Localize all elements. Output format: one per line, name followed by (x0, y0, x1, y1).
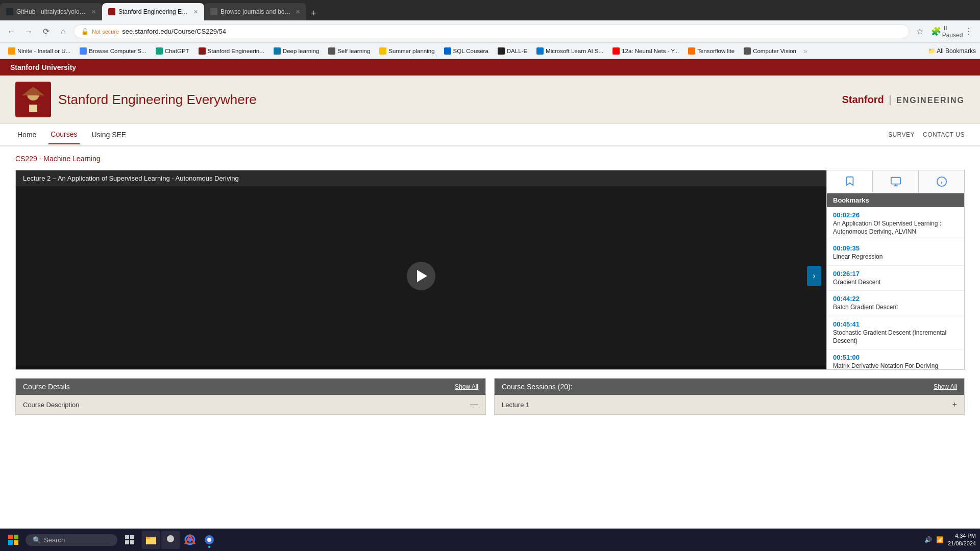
course-sessions-show-all[interactable]: Show All (934, 383, 957, 390)
taskbar-apps (142, 531, 921, 549)
bookmark-entry-6[interactable]: 00:51:00 Matrix Derivative Notation For … (827, 349, 964, 369)
tab-3[interactable]: Browse journals and books | Sc... ✕ (204, 3, 306, 20)
bookmark-chatgpt[interactable]: ChatGPT (152, 46, 193, 56)
main-navigation: Home Courses Using SEE SURVEY CONTACT US (0, 124, 980, 146)
bookmark-mslearn[interactable]: Microsoft Learn AI S... (532, 46, 607, 56)
svg-rect-20 (146, 537, 150, 539)
nav-actions: ☆ 🧩 ⏸ Paused ⋮ (913, 24, 976, 39)
tab-2[interactable]: Stanford Engineering Everywh... ✕ (102, 3, 204, 20)
home-button[interactable]: ⌂ (56, 24, 70, 39)
tab-1[interactable]: GitHub - ultralytics/yolov5: YO... ✕ (0, 3, 102, 20)
logo-image (15, 82, 51, 117)
nav-using-see[interactable]: Using SEE (90, 126, 129, 144)
bookmark-entry-4[interactable]: 00:44:22 Batch Gradient Descent (827, 291, 964, 316)
tab-3-close[interactable]: ✕ (296, 9, 300, 15)
bookmark-time-1: 00:02:26 (833, 211, 958, 219)
nav-bar: ← → ⟳ ⌂ 🔓 Not secure see.stanford.edu/Co… (0, 20, 980, 43)
extensions-button[interactable]: 🧩 (929, 24, 943, 39)
taskbar-chrome-1[interactable] (181, 531, 199, 549)
svg-rect-15 (130, 535, 134, 539)
tab-2-close[interactable]: ✕ (193, 9, 198, 15)
bookmark-youtube[interactable]: 12a: Neural Nets - Y... (608, 46, 683, 56)
tab-info[interactable] (919, 170, 964, 193)
svg-rect-4 (891, 178, 900, 184)
taskbar-github[interactable] (161, 531, 180, 549)
forward-button[interactable]: → (21, 24, 36, 39)
taskbar-search[interactable]: 🔍 Search (26, 534, 117, 546)
lecture-1-item[interactable]: Lecture 1 + (495, 395, 964, 415)
back-button[interactable]: ← (4, 24, 18, 39)
course-details-title: Course Details (23, 383, 70, 391)
course-sessions-title: Course Sessions (20): (502, 383, 573, 391)
bookmark-star[interactable]: ☆ (913, 24, 927, 39)
bookmark-desc-3: Gradient Descent (833, 279, 958, 287)
bookmark-deeplearning[interactable]: Deep learning (270, 46, 324, 56)
bookmark-time-3: 00:26:17 (833, 270, 958, 278)
breadcrumb[interactable]: CS229 - Machine Learning (15, 155, 965, 163)
svg-rect-11 (14, 535, 18, 539)
nav-courses[interactable]: Courses (48, 125, 79, 144)
reload-button[interactable]: ⟳ (39, 24, 53, 39)
bookmark-time-2: 00:09:35 (833, 244, 958, 252)
taskbar: 🔍 Search (0, 529, 980, 551)
svg-rect-14 (125, 535, 129, 539)
site-header: Stanford Engineering Everywhere Stanford… (0, 76, 980, 124)
site-logo: Stanford Engineering Everywhere (15, 82, 257, 117)
video-title-bar: Lecture 2 – An Application of Supervised… (16, 170, 826, 186)
taskbar-date-display: 21/08/2024 (948, 540, 976, 547)
svg-rect-12 (8, 540, 13, 545)
bookmark-desc-2: Linear Regression (833, 253, 958, 261)
taskbar-time-display: 4:34 PM (948, 532, 976, 540)
tab-1-close[interactable]: ✕ (91, 9, 96, 15)
sidebar-panel: Bookmarks 00:02:26 An Application Of Sup… (826, 170, 964, 369)
address-bar[interactable]: 🔓 Not secure see.stanford.edu/Course/CS2… (74, 24, 910, 38)
taskbar-clock[interactable]: 4:34 PM 21/08/2024 (948, 532, 976, 548)
tab-1-favicon (6, 8, 13, 15)
bookmark-selflearning[interactable]: Self learning (324, 46, 374, 56)
stanford-engineering-logo: Stanford | ENGINEERING (842, 94, 965, 106)
bookmark-stanford[interactable]: Stanford Engineerin... (194, 46, 268, 56)
start-button[interactable] (4, 531, 22, 549)
bookmark-entry-1[interactable]: 00:02:26 An Application Of Supervised Le… (827, 207, 964, 240)
bookmark-summer[interactable]: Summer planning (375, 46, 438, 56)
task-view-button[interactable] (120, 531, 139, 549)
nav-contact-us[interactable]: CONTACT US (923, 131, 965, 138)
nav-survey[interactable]: SURVEY (888, 131, 915, 138)
tab-2-favicon (108, 8, 115, 15)
bookmarks-list: 00:02:26 An Application Of Supervised Le… (827, 207, 964, 369)
profile-button[interactable]: ⏸ Paused (945, 24, 960, 39)
stanford-top-bar-text: Stanford University (10, 63, 76, 71)
bookmark-desc-5: Stochastic Gradient Descent (Incremental… (833, 329, 958, 345)
more-menu[interactable]: ⋮ (962, 24, 976, 39)
bookmark-computervision[interactable]: Computer Vision (740, 46, 800, 56)
page-content: Stanford University Stanford Engineering… (0, 59, 980, 508)
taskbar-chrome-2[interactable] (200, 531, 218, 549)
course-description-title: Course Description (23, 401, 80, 409)
bookmark-entry-3[interactable]: 00:26:17 Gradient Descent (827, 266, 964, 291)
tab-video[interactable] (873, 170, 919, 193)
tab-3-title: Browse journals and books | Sc... (220, 8, 292, 15)
video-main[interactable]: › (16, 186, 826, 366)
new-tab-button[interactable]: + (306, 6, 321, 20)
nav-home[interactable]: Home (15, 126, 38, 144)
tray-icon-2: 📶 (936, 536, 944, 543)
bookmark-ninite[interactable]: Ninite - Install or U... (4, 46, 75, 56)
course-description-item[interactable]: Course Description — (16, 395, 485, 415)
taskbar-right: 🔊 📶 4:34 PM 21/08/2024 (924, 532, 976, 548)
bookmark-computer[interactable]: Browse Computer S... (76, 46, 150, 56)
all-bookmarks-button[interactable]: 📁 All Bookmarks (928, 47, 976, 55)
bookmark-tensorflow[interactable]: Tensorflow lite (684, 46, 739, 56)
course-details-show-all[interactable]: Show All (455, 383, 478, 390)
expand-button[interactable]: › (807, 266, 821, 286)
tab-bookmark[interactable] (827, 170, 873, 193)
main-content: CS229 - Machine Learning Lecture 2 – An … (0, 146, 980, 423)
main-nav-right: SURVEY CONTACT US (888, 131, 965, 138)
bookmark-sql[interactable]: SQL Cousera (440, 46, 493, 56)
bookmark-entry-5[interactable]: 00:45:41 Stochastic Gradient Descent (In… (827, 316, 964, 349)
play-button[interactable] (407, 262, 435, 290)
bookmark-dalle[interactable]: DALL-E (494, 46, 531, 56)
taskbar-file-explorer[interactable] (142, 531, 160, 549)
tab-bar: GitHub - ultralytics/yolov5: YO... ✕ Sta… (0, 0, 980, 20)
bookmark-entry-2[interactable]: 00:09:35 Linear Regression (827, 240, 964, 266)
svg-marker-2 (22, 87, 44, 95)
